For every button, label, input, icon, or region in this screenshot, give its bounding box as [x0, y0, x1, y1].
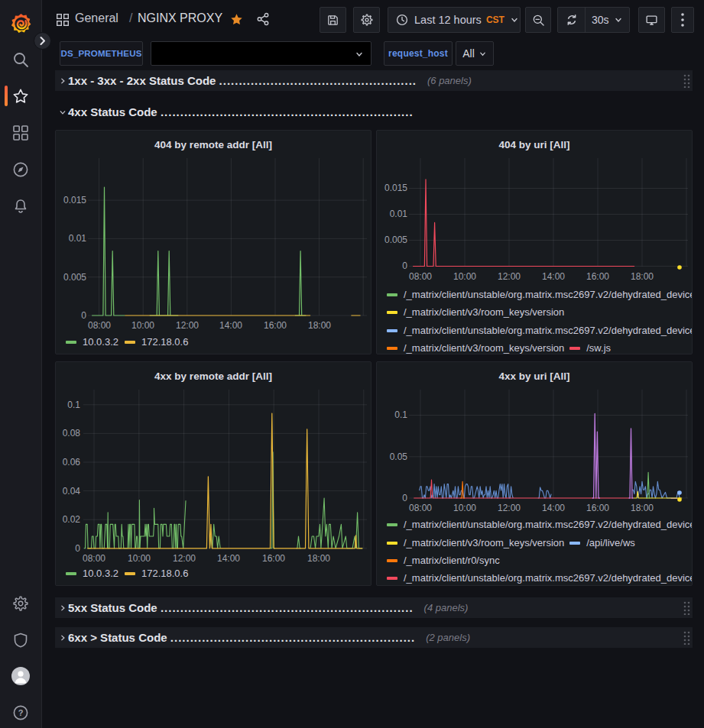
svg-text:?: ?: [18, 708, 24, 717]
